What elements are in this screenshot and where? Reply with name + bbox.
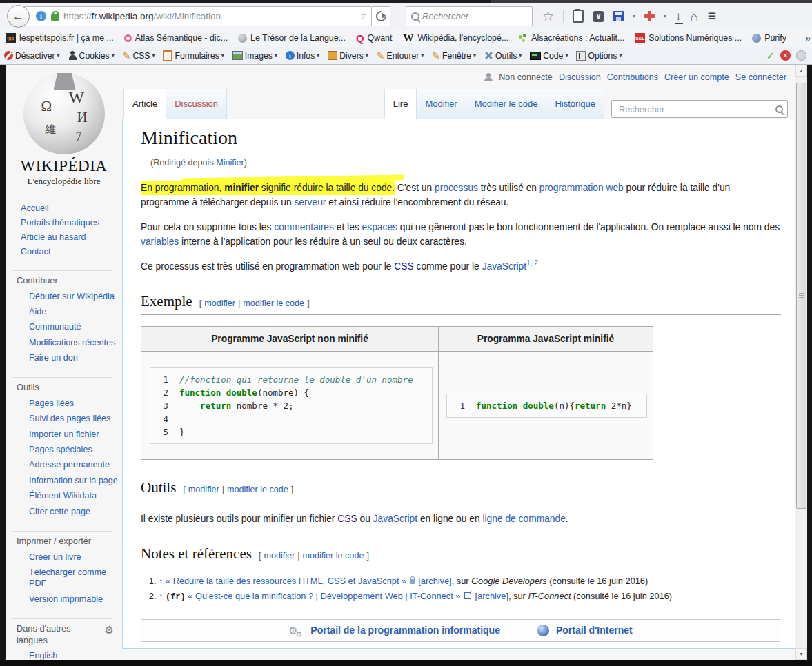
inline-link[interactable]: ligne de commande	[482, 514, 565, 524]
back-button[interactable]: ←	[7, 5, 30, 28]
menu-hamburger-icon[interactable]: ≡	[708, 10, 715, 22]
bookmark-item[interactable]: lpplespetitspois.fr | ça me ...	[6, 33, 114, 43]
save-page-icon[interactable]	[613, 11, 624, 21]
bookmarks-overflow-chevron[interactable]: »	[805, 32, 811, 43]
valid-check-icon[interactable]: ✓	[766, 50, 775, 62]
bookmark-item[interactable]: S&LSolutions Numériques ...	[635, 33, 742, 43]
url-dropdown-icon[interactable]: ▽	[361, 13, 366, 20]
webdev-menu-infos[interactable]: iInfos▾	[286, 51, 319, 61]
downloads-icon[interactable]: ↓	[675, 10, 682, 22]
inline-link[interactable]: ↑	[159, 591, 166, 601]
sidebar-item-contact[interactable]: Contact	[21, 247, 119, 256]
bookmark-item[interactable]: WWikipédia, l'encyclopé...	[402, 33, 508, 43]
webdev-menu-disable[interactable]: Désactiver▾	[4, 51, 60, 61]
tab-modifier[interactable]: Modifier	[417, 89, 466, 119]
sidebar-item[interactable]: Débuter sur Wikipédia	[29, 291, 119, 302]
inline-link[interactable]: [archive]	[418, 576, 451, 586]
tab-modifier-le-code[interactable]: Modifier le code	[466, 89, 547, 119]
webdev-menu-images[interactable]: Images▾	[232, 51, 277, 61]
edit-link[interactable]: modifier	[204, 299, 235, 308]
sidebar-item[interactable]: Élément Wikidata	[29, 490, 119, 501]
https-lock-icon[interactable]	[51, 14, 59, 21]
inline-link[interactable]: serveur	[294, 197, 326, 208]
sidebar-item-portails[interactable]: Portails thématiques	[21, 218, 119, 228]
sidebar-lang-item[interactable]: English	[29, 650, 119, 660]
portal-internet[interactable]: Portail d'Internet	[537, 623, 633, 638]
addon-dropdown-icon[interactable]: ▾	[664, 13, 666, 19]
search-icon[interactable]	[775, 105, 783, 113]
personal-link-discussion[interactable]: Discussion	[559, 72, 601, 82]
sidebar-item[interactable]: Télécharger comme PDF	[29, 567, 119, 589]
sidebar-item[interactable]: Faire un don	[29, 352, 119, 363]
sidebar-item-hasard[interactable]: Article au hasard	[21, 232, 119, 242]
inline-link[interactable]: CSS	[337, 514, 357, 524]
error-x-icon[interactable]: ✕	[780, 50, 791, 61]
scrollbar-thumb[interactable]	[796, 83, 806, 509]
tab-historique[interactable]: Historique	[546, 89, 604, 119]
sidebar-item[interactable]: Citer cette page	[29, 506, 119, 517]
bookmarks-menu-icon[interactable]	[573, 10, 584, 23]
sidebar-item[interactable]: Pages liées	[29, 398, 119, 409]
browser-search-box[interactable]	[406, 6, 533, 26]
sidebar-item[interactable]: Importer un fichier	[29, 429, 119, 440]
webdev-menu-outils[interactable]: Outils▾	[484, 51, 522, 61]
tab-article[interactable]: Article	[123, 89, 166, 119]
bookmark-star-icon[interactable]: ☆	[542, 10, 554, 23]
inline-link[interactable]: commentaires	[274, 222, 334, 232]
inline-link[interactable]: espaces	[362, 222, 397, 232]
inline-link[interactable]: CSS	[394, 261, 413, 272]
sidebar-item[interactable]: Suivi des pages liées	[29, 413, 119, 424]
bookmark-item[interactable]: Alsacréations : Actualit...	[519, 33, 624, 43]
sidebar-item[interactable]: Information sur la page	[29, 475, 119, 486]
inline-link[interactable]: processus	[435, 183, 478, 193]
gray-status-icon[interactable]	[796, 50, 806, 61]
wiki-search-box[interactable]	[611, 100, 788, 118]
url-bar[interactable]: i https://fr.wikipedia.org/wiki/Minifica…	[20, 6, 372, 26]
wikipedia-globe-icon[interactable]: W Ω И 維 7	[23, 73, 105, 154]
webdev-menu-cookies[interactable]: Cookies▾	[68, 51, 115, 61]
scrollbar-down-arrow[interactable]: ▼	[795, 648, 807, 660]
inline-link[interactable]: JavaScript	[482, 261, 526, 272]
gear-icon[interactable]: ⚙	[105, 623, 114, 637]
inline-link[interactable]: ↑	[159, 576, 166, 586]
inline-link[interactable]: Minifier	[216, 158, 244, 168]
page-scrollbar[interactable]: ▲ ▼	[795, 65, 807, 660]
edit-source-link[interactable]: modifier le code	[243, 299, 304, 308]
inline-link[interactable]: programmation web	[539, 183, 624, 193]
personal-link-login[interactable]: Se connecter	[735, 72, 786, 82]
scrollbar-up-arrow[interactable]: ▲	[795, 65, 807, 77]
sidebar-item[interactable]: Créer un livre	[29, 552, 119, 563]
edit-link[interactable]: modifier	[264, 551, 295, 561]
inline-link[interactable]: « Réduire la taille des ressources HTML,…	[166, 576, 406, 586]
inline-link[interactable]: 1, 2	[526, 259, 538, 267]
sidebar-item[interactable]: Aide	[29, 306, 119, 317]
tab-lire[interactable]: Lire	[384, 89, 417, 119]
save-dropdown-icon[interactable]: ▾	[633, 13, 635, 19]
wiki-search-input[interactable]	[617, 103, 775, 115]
webdev-menu-options[interactable]: Options▾	[576, 51, 622, 61]
edit-source-link[interactable]: modifier le code	[227, 485, 288, 494]
browser-search-input[interactable]	[419, 11, 532, 21]
webdev-menu-entourer[interactable]: ✎Entourer▾	[377, 51, 424, 61]
edit-link[interactable]: modifier	[188, 485, 219, 494]
inline-link[interactable]: variables	[141, 236, 179, 247]
sidebar-item[interactable]: Communauté	[29, 321, 119, 332]
bookmark-item[interactable]: Atlas Sémantique - dic...	[124, 33, 228, 43]
bookmark-item[interactable]: Le Trésor de la Langue...	[238, 33, 346, 43]
url-text[interactable]: https://fr.wikipedia.org/wiki/Minificati…	[63, 11, 355, 21]
site-info-icon[interactable]: i	[36, 11, 46, 21]
sidebar-item-accueil[interactable]: Accueil	[21, 203, 119, 213]
sidebar-item[interactable]: Version imprimable	[29, 594, 119, 605]
webdev-menu-code[interactable]: Code▾	[530, 51, 568, 61]
wikipedia-logo[interactable]: W Ω И 維 7 WIKIPÉDIA L'encyclopédie libre	[6, 65, 122, 187]
sidebar-item[interactable]: Modifications récentes	[29, 337, 119, 348]
portal-programmation[interactable]: Portail de la programmation informatique	[288, 623, 500, 638]
sidebar-item[interactable]: Pages spéciales	[29, 444, 119, 455]
tab-discussion[interactable]: Discussion	[166, 89, 227, 119]
webdev-menu-fenetre[interactable]: ✎Fenêtre▾	[432, 51, 476, 61]
reload-button[interactable]	[372, 6, 390, 26]
webdev-menu-divers[interactable]: Divers▾	[328, 51, 368, 61]
personal-link-contributions[interactable]: Contributions	[607, 72, 658, 82]
inline-link[interactable]: JavaScript	[373, 514, 417, 524]
webdev-menu-css[interactable]: ✎CSS▾	[123, 51, 155, 61]
